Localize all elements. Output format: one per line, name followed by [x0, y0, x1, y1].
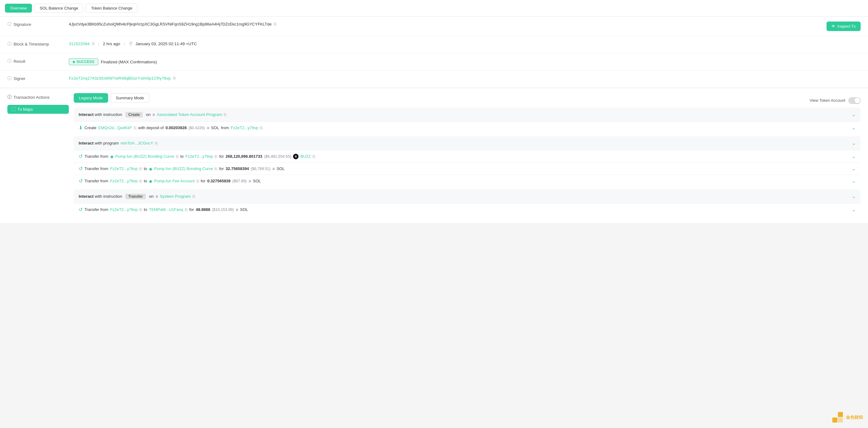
from-sol-copy-2[interactable]: ⎘ — [140, 179, 142, 183]
block-help-icon: ⓘ — [7, 41, 12, 47]
pumpfun-fee-icon: ◆ — [149, 179, 152, 183]
from-addr-sol-1[interactable]: Fz2eT2...y7ttvp — [110, 166, 138, 171]
signature-value-container: 4JjvzVdye3BKb95cZuhoiQMh4icPjkqHVzpXC3Gg… — [69, 22, 827, 26]
block-timestamp-row: ⓘ Block & Timestamp 311522094 ⎘ | 2 hrs … — [0, 36, 868, 54]
system-amount: 48.9888 — [196, 207, 210, 212]
buzz-token-icon: B — [293, 154, 299, 159]
buzz-copy[interactable]: ⎘ — [313, 154, 315, 159]
instruction-block-1: Interact with instruction Create on ≡ As… — [74, 108, 861, 134]
instruction-header-1[interactable]: Interact with instruction Create on ≡ As… — [74, 108, 861, 121]
legacy-mode-button[interactable]: Legacy Mode — [74, 93, 108, 103]
inspect-tx-button[interactable]: 👁 Inspect Tx — [827, 22, 861, 31]
system-program-icon: ≡ — [155, 194, 158, 199]
from-addr-copy-1[interactable]: ⎘ — [260, 125, 262, 131]
transfer-badge: Transfer — [125, 194, 146, 199]
bonding-copy-1[interactable]: ⎘ — [176, 154, 179, 159]
from-addr-sol-2[interactable]: Fz2eT2...y7ttvp — [110, 179, 138, 183]
sol-icon-4: ≡ — [236, 207, 238, 212]
pumpfun-bonding-curve-2[interactable]: Pump.fun (BUZZ) Bonding Curve — [154, 166, 213, 171]
sub-row-transfer-buzz: ↺ Transfer from ◆ Pump.fun (BUZZ) Bondin… — [74, 150, 861, 162]
pumpfun-bonding-curve-1[interactable]: Pump.fun (BUZZ) Bonding Curve — [116, 154, 174, 159]
system-program-link[interactable]: System Program — [160, 194, 191, 199]
tab-sol-balance[interactable]: SOL Balance Change — [34, 4, 83, 12]
atoken-program-link[interactable]: Associated Token Account Program — [157, 112, 222, 117]
sub-expand-system[interactable]: ⌄ — [852, 207, 856, 212]
buzz-amount: 268,120,896.801733 — [226, 154, 262, 159]
to-addr-system[interactable]: TEMPaM...U1Fanq — [149, 207, 183, 212]
block-timestamp: January 03, 2025 02:11:49 +UTC — [135, 41, 197, 46]
mode-buttons: Legacy Mode Summary Mode — [74, 93, 149, 103]
fee-account-copy[interactable]: ⎘ — [196, 179, 199, 183]
top-tab-bar: Overview SOL Balance Change Token Balanc… — [0, 0, 868, 17]
bonding-copy-2[interactable]: ⎘ — [215, 166, 217, 171]
tx-actions-right: Legacy Mode Summary Mode View Token Acco… — [74, 93, 861, 218]
signature-label: ⓘ Signature — [7, 22, 69, 27]
block-number[interactable]: 311522094 — [69, 41, 90, 46]
atoken-copy-icon[interactable]: ⎘ — [224, 112, 226, 117]
instruction-block-3: Interact with instruction Transfer on ≡ … — [74, 190, 861, 216]
from-sol-copy-1[interactable]: ⎘ — [140, 166, 142, 171]
tx-actions-help-icon: ⓘ — [7, 94, 12, 100]
signer-label: ⓘ Signer — [7, 76, 69, 81]
sol-amount-1: 32.75658394 — [226, 166, 249, 171]
to-address-buzz[interactable]: Fz2eT2...y7ttvp — [186, 154, 213, 159]
signature-copy-icon[interactable]: ⎘ — [274, 22, 276, 26]
sub-expand-sol-1[interactable]: ⌄ — [852, 166, 856, 172]
from-system-copy[interactable]: ⎘ — [140, 207, 142, 212]
tab-overview[interactable]: Overview — [5, 4, 32, 12]
sub-row-create-1: ⬇ Create EMQn2d...Qa4KkF ⎘ with deposit … — [74, 121, 861, 134]
sub-expand-sol-2[interactable]: ⌄ — [852, 178, 856, 184]
expand-icon-1[interactable]: ⌄ — [852, 112, 856, 117]
tx-actions-section: ⓘ Transaction Actions ⛶ Tx Maps Legacy M… — [0, 88, 868, 223]
transfer-icon-3: ↺ — [79, 178, 83, 184]
expand-icon-2[interactable]: ⌄ — [852, 140, 856, 146]
pumpfun-fee-account[interactable]: Pump.fun Fee Account — [154, 179, 195, 183]
interact-label-2: Interact with program — [79, 141, 119, 145]
result-label: ⓘ Result — [7, 58, 69, 64]
expand-icon-3[interactable]: ⌄ — [852, 193, 856, 199]
block-label: ⓘ Block & Timestamp — [7, 41, 69, 47]
tab-token-balance[interactable]: Token Balance Change — [86, 4, 137, 12]
from-addr-system[interactable]: Fz2eT2...y7ttvp — [110, 207, 138, 212]
summary-mode-button[interactable]: Summary Mode — [111, 93, 149, 103]
create-addr-copy[interactable]: ⎘ — [134, 125, 136, 131]
signer-copy-icon[interactable]: ⎘ — [173, 76, 176, 81]
tx-actions-header: ⓘ Transaction Actions ⛶ Tx Maps Legacy M… — [7, 93, 861, 218]
block-copy-icon[interactable]: ⎘ — [92, 41, 95, 46]
tx-maps-icon: ⛶ — [12, 107, 16, 112]
eye-icon: 👁 — [832, 24, 835, 29]
main-content: ⓘ Signature 4JjvzVdye3BKb95cZuhoiQMh4icP… — [0, 17, 868, 223]
status-badge: SUCCESS — [69, 58, 98, 65]
sub-row-transfer-system: ↺ Transfer from Fz2eT2...y7ttvp ⎘ to TEM… — [74, 203, 861, 216]
on-label-3: on — [149, 194, 154, 199]
view-token-account-toggle[interactable] — [848, 97, 861, 104]
instruction-header-2[interactable]: Interact with program minTcH...JCGocY ⎘ … — [74, 136, 861, 150]
pumpfun-icon-2: ◆ — [149, 166, 152, 171]
program-link-2[interactable]: minTcH...JCGocY — [121, 141, 154, 145]
pumpfun-icon-1: ◆ — [110, 154, 114, 159]
result-value-container: SUCCESS Finalized (MAX Confirmations) — [69, 58, 861, 65]
sub-expand-icon-1[interactable]: ⌄ — [852, 125, 856, 131]
sol-icon-3: ≡ — [248, 179, 251, 183]
signer-address[interactable]: Fz2eT2nq1743zSfuWW7eiR48qBGzrYstH3p1CRy7… — [69, 76, 171, 81]
program-copy-2[interactable]: ⎘ — [155, 141, 158, 146]
result-help-icon: ⓘ — [7, 58, 12, 64]
sub-expand-buzz[interactable]: ⌄ — [852, 153, 856, 159]
on-label-1: on — [146, 112, 151, 117]
deposit-amount: 0.00203928 — [165, 125, 187, 130]
instruction-header-3[interactable]: Interact with instruction Transfer on ≡ … — [74, 190, 861, 203]
buzz-token-link[interactable]: BUZZ — [300, 154, 311, 159]
clock-icon: ⏱ — [129, 41, 133, 46]
signature-help-icon: ⓘ — [7, 22, 12, 27]
create-address[interactable]: EMQn2d...Qa4KkF — [98, 125, 132, 130]
to-system-copy[interactable]: ⎘ — [185, 207, 187, 212]
interact-label-3: Interact with instruction — [79, 194, 122, 199]
from-address-1[interactable]: Fz2eT2...y7ttvp — [231, 125, 258, 130]
mode-toggle-row: Legacy Mode Summary Mode View Token Acco… — [74, 93, 861, 108]
create-badge: Create — [125, 112, 143, 117]
tx-maps-button[interactable]: ⛶ Tx Maps — [7, 105, 69, 114]
system-program-copy[interactable]: ⎘ — [193, 194, 195, 199]
to-addr-copy-buzz[interactable]: ⎘ — [215, 154, 217, 159]
download-icon: ⬇ — [79, 125, 83, 131]
sol-icon-1: ≡ — [207, 125, 209, 131]
